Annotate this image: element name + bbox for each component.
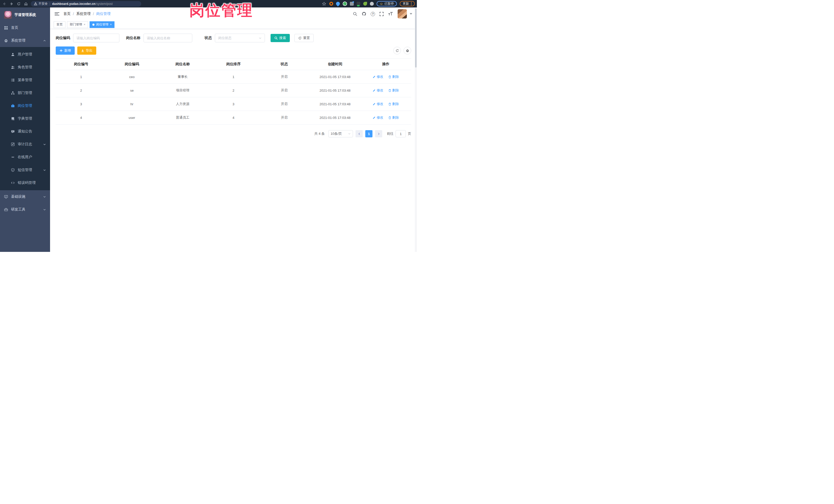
extension-icon-orange[interactable] <box>329 2 333 6</box>
book-icon <box>11 117 15 121</box>
tab-home[interactable]: 首页 <box>54 21 65 28</box>
github-icon[interactable] <box>362 12 366 16</box>
sidebar-item-dept-mgmt[interactable]: 部门管理 <box>0 87 50 100</box>
close-icon[interactable]: × <box>84 23 85 26</box>
user-icon <box>11 52 15 57</box>
sidebar-item-role-mgmt[interactable]: 角色管理 <box>0 61 50 74</box>
sidebar-item-devtools[interactable]: 研发工具 <box>0 203 50 216</box>
cell-ops: 修改 删除 <box>360 70 411 84</box>
url-path: /system/post <box>95 2 113 6</box>
sidebar-item-label: 首页 <box>11 25 18 30</box>
delete-link[interactable]: 删除 <box>388 74 399 79</box>
cell-id: 2 <box>56 84 107 97</box>
app-logo-row[interactable]: 芋道管理系统 <box>0 7 50 21</box>
sidebar-item-post-mgmt[interactable]: 岗位管理 <box>0 100 50 112</box>
extension-icon-sprout[interactable] <box>363 2 367 6</box>
paused-extension-pill[interactable]: ☺ 已暂停 <box>377 1 397 6</box>
font-size-icon[interactable] <box>388 12 393 16</box>
navbar-actions: ? <box>353 9 412 19</box>
extension-icon-check[interactable]: ✓ <box>343 2 347 6</box>
sidebar-item-notice[interactable]: 通知公告 <box>0 125 50 138</box>
sidebar-item-infra[interactable]: 基础设施 <box>0 190 50 203</box>
sidebar-item-home[interactable]: 首页 <box>0 21 50 34</box>
goto-page-input[interactable] <box>396 130 406 137</box>
extension-icon-tag[interactable] <box>356 2 360 6</box>
extension-icon-bear[interactable] <box>370 2 374 6</box>
post-code-input-wrap <box>73 34 119 42</box>
tab-dept-mgmt[interactable]: 部门管理 × <box>67 21 88 28</box>
pencil-icon <box>373 75 376 78</box>
search-button[interactable]: 搜索 <box>270 34 290 42</box>
bookmark-star-icon[interactable] <box>322 2 327 6</box>
tab-label: 部门管理 <box>70 22 82 27</box>
post-code-input[interactable] <box>76 36 116 40</box>
page-number-1[interactable]: 1 <box>365 130 372 137</box>
tab-post-mgmt[interactable]: 岗位管理 × <box>90 21 114 28</box>
status-select[interactable]: 岗位状态 <box>215 34 265 42</box>
cell-name: 人力资源 <box>157 97 208 111</box>
forward-icon[interactable] <box>9 2 14 6</box>
url-text[interactable]: dashboard.yudao.iocoder.cn/system/post <box>52 2 113 6</box>
extension-icon-drop[interactable] <box>335 1 341 6</box>
edit-link[interactable]: 修改 <box>373 88 383 93</box>
refresh-icon <box>396 49 399 52</box>
monitor-icon <box>4 195 8 199</box>
sidebar-item-dict-mgmt[interactable]: 字典管理 <box>0 112 50 125</box>
back-icon[interactable] <box>2 2 7 6</box>
table-toolbar: 新增 导出 <box>56 46 411 55</box>
sidebar-item-online-users[interactable]: 在线用户 <box>0 151 50 163</box>
browser-update-button[interactable]: 更新 <box>400 1 415 6</box>
sidebar-item-user-mgmt[interactable]: 用户管理 <box>0 48 50 61</box>
edit-label: 修改 <box>377 115 383 120</box>
sidebar-item-system[interactable]: 系统管理 <box>0 34 50 47</box>
sidebar-item-label: 在线用户 <box>18 155 32 159</box>
delete-label: 删除 <box>392 74 399 79</box>
breadcrumb-system[interactable]: 系统管理 <box>76 12 91 16</box>
kebab-menu-icon[interactable] <box>411 2 412 5</box>
sidebar-item-audit-log[interactable]: 审计日志 <box>0 138 50 151</box>
delete-label: 删除 <box>392 115 399 120</box>
next-page-button[interactable] <box>375 130 382 137</box>
sidebar-item-error-code[interactable]: 错误码管理 <box>0 176 50 189</box>
reset-button[interactable]: 重置 <box>294 34 314 42</box>
add-button[interactable]: 新增 <box>56 46 75 55</box>
home-icon[interactable] <box>24 2 28 6</box>
page-size-select[interactable]: 10条/页 <box>328 130 353 137</box>
cell-id: 1 <box>56 70 107 84</box>
scrollbar-thumb[interactable] <box>415 8 417 67</box>
refresh-button[interactable] <box>393 47 401 54</box>
hamburger-icon[interactable] <box>55 12 59 16</box>
post-name-input[interactable] <box>147 36 189 40</box>
pencil-icon <box>373 89 376 92</box>
breadcrumb-home[interactable]: 首页 <box>63 12 71 16</box>
edit-link[interactable]: 修改 <box>373 102 383 106</box>
address-bar[interactable]: 不安全 dashboard.yudao.iocoder.cn/system/po… <box>31 1 141 7</box>
tab-label: 首页 <box>57 22 63 27</box>
delete-link[interactable]: 删除 <box>388 115 399 120</box>
prev-page-button[interactable] <box>355 130 363 137</box>
edit-link[interactable]: 修改 <box>373 115 383 120</box>
export-button[interactable]: 导出 <box>77 46 96 55</box>
user-avatar[interactable] <box>398 9 407 19</box>
pagination-total: 共 4 条 <box>314 131 325 136</box>
system-submenu: 用户管理 角色管理 菜单管理 <box>0 47 50 190</box>
delete-link[interactable]: 删除 <box>388 88 399 93</box>
chevron-down-icon <box>259 37 262 40</box>
extension-icon-grid[interactable] <box>350 2 354 6</box>
delete-link[interactable]: 删除 <box>388 102 399 106</box>
reload-icon[interactable] <box>17 2 21 6</box>
sidebar-item-menu-mgmt[interactable]: 菜单管理 <box>0 74 50 87</box>
search-icon[interactable] <box>353 12 357 16</box>
table-right-tools <box>393 47 411 54</box>
sidebar-item-label: 错误码管理 <box>18 180 36 185</box>
close-icon[interactable]: × <box>110 23 111 26</box>
sidebar-item-sms-mgmt[interactable]: 短信管理 <box>0 163 50 176</box>
caret-down-icon[interactable] <box>410 13 412 15</box>
column-settings-button[interactable] <box>403 47 411 54</box>
briefcase-icon <box>11 104 15 108</box>
fullscreen-icon[interactable] <box>379 12 384 16</box>
help-icon[interactable]: ? <box>371 12 375 16</box>
edit-link[interactable]: 修改 <box>373 74 383 79</box>
window-scrollbar[interactable] <box>415 7 417 252</box>
not-secure-warning[interactable]: 不安全 <box>34 2 48 6</box>
